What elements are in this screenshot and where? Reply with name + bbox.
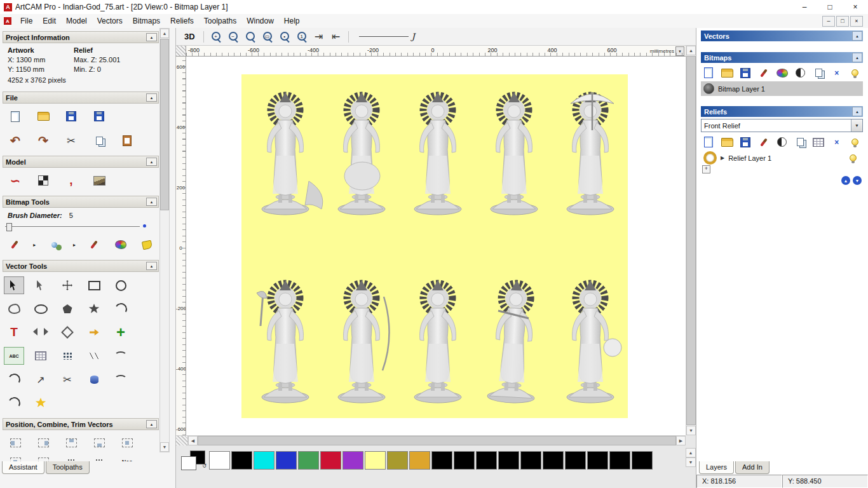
invert-relief-icon[interactable] [774,135,790,149]
move-layer-down-button[interactable]: ▼ [853,176,862,185]
smooth-relief-icon[interactable] [756,135,771,149]
section-model[interactable]: Model ▲ [3,156,159,168]
vector-direction-icon[interactable]: ↗ [31,370,51,388]
delete-layer-icon[interactable]: × [829,65,844,80]
subtract-vectors-icon[interactable] [33,453,53,461]
align-top-icon[interactable] [61,434,81,452]
fit-curve-icon[interactable] [111,347,131,365]
scroll-up-arrow[interactable]: ▲ [160,29,169,38]
create-text-icon[interactable]: T [4,323,24,341]
zoom-in-icon[interactable]: + [208,29,224,44]
greyscale-image-icon[interactable] [89,172,109,189]
array-copy-icon[interactable] [61,453,81,461]
relief-visibility-icon[interactable] [847,135,863,149]
menu-model[interactable]: Model [61,15,92,27]
scroll-thumb[interactable] [198,436,676,445]
menu-file[interactable]: File [15,15,37,27]
slider-handle[interactable] [6,223,12,231]
collapse-button[interactable]: ▲ [146,33,157,41]
palette-swatch[interactable] [565,451,586,470]
colour-reduce-icon[interactable] [774,65,790,80]
save-model-icon[interactable] [61,107,81,125]
undo-icon[interactable]: ↶ [5,132,25,149]
align-centre-icon[interactable] [117,434,137,452]
point-array-icon[interactable] [57,347,78,365]
tab-layers[interactable]: Layers [699,461,734,474]
vector-wizard-icon[interactable] [31,394,51,412]
redo-icon[interactable]: ↷ [33,132,53,149]
section-vector-tools[interactable]: Vector Tools ▲ [3,260,159,272]
section-position-combine-trim[interactable]: Position, Combine, Trim Vectors ▲ [3,418,159,430]
primary-secondary-colour-swatch[interactable]: ↺ [181,451,205,470]
scroll-thumb[interactable] [686,56,696,425]
mirror-vectors-icon[interactable] [31,323,51,341]
flood-fill-icon[interactable] [138,236,156,254]
transform-vectors-icon[interactable] [57,276,78,294]
add-relief-layer-button[interactable]: + [702,165,710,173]
tab-add-in[interactable]: Add In [735,461,770,474]
palette-swatch[interactable] [454,451,475,470]
wrap-profile-icon[interactable] [4,394,24,412]
offset-vectors-icon[interactable] [84,323,104,341]
brush-diameter-slider[interactable] [5,222,151,231]
merge-layers-icon[interactable] [811,65,827,80]
create-arc-icon[interactable] [111,300,131,318]
paint-brush-icon[interactable] [5,236,24,254]
create-ellipse-icon[interactable] [31,300,51,318]
collapse-button[interactable]: ▲ [146,93,157,102]
block-copy-icon[interactable] [89,453,109,461]
reliefs-header[interactable]: Reliefs ▲ [701,106,863,117]
scroll-up-arrow[interactable]: ▲ [686,448,696,458]
snap-toggle-icon[interactable]: ⇥ [311,29,327,44]
section-bitmap-tools[interactable]: Bitmap Tools ▲ [3,196,159,208]
scroll-down-arrow[interactable]: ▼ [686,426,696,435]
zoom-previous-icon[interactable] [242,29,259,44]
duplicate-relief-icon[interactable] [792,135,808,149]
collapse-button[interactable]: ▲ [146,420,157,428]
cut-icon[interactable]: ✂ [61,132,81,149]
zoom-fit-icon[interactable]: • [276,29,293,44]
delete-relief-icon[interactable]: × [829,135,844,149]
palette-swatch[interactable] [632,451,653,470]
palette-swatch[interactable] [298,451,319,470]
vectors-header[interactable]: Vectors ▲ [701,30,863,41]
fit-spline-icon[interactable] [111,370,131,388]
palette-swatch[interactable] [498,451,519,470]
create-diamond-icon[interactable] [57,323,78,341]
sculpting-icon[interactable]: ∽ [5,172,25,189]
fit-polyline-icon[interactable] [84,347,104,365]
canvas-horizontal-scrollbar[interactable]: ◀ ▶ [176,435,686,445]
mdi-minimize-button[interactable]: – [822,16,835,27]
edit-arc-icon[interactable] [4,370,24,388]
palette-swatch[interactable] [231,451,252,470]
maximize-button[interactable]: □ [817,0,843,14]
assistant-scrollbar[interactable]: ▲ ▼ [159,28,170,452]
zoom-window-icon[interactable]: ▭ [259,29,276,44]
save-relief-icon[interactable] [738,135,754,149]
create-freeform-icon[interactable] [4,300,24,318]
tab-toolpaths[interactable]: Toolpaths [46,461,90,474]
palette-swatch[interactable] [520,451,541,470]
tab-assistant[interactable]: Assistant [2,461,44,474]
collapse-button[interactable]: ▲ [852,31,862,41]
relief-calculate-icon[interactable] [811,135,827,149]
new-bitmap-layer-icon[interactable] [701,65,717,80]
nesting-icon[interactable]: Nes [117,453,137,461]
open-bitmap-icon[interactable] [719,65,735,80]
palette-swatch[interactable] [476,451,497,470]
create-polygon-icon[interactable] [57,300,78,318]
trim-vectors-icon[interactable]: ✂ [57,370,78,388]
palette-swatch[interactable] [431,451,452,470]
paint-flyout-arrow-icon[interactable]: ▸ [31,236,37,254]
paint-selective-icon[interactable] [45,236,64,254]
scroll-left-arrow[interactable]: ◀ [188,436,198,445]
collapse-button[interactable]: ▲ [146,262,157,270]
palette-swatch[interactable] [365,451,386,470]
node-editing-icon[interactable] [31,276,51,294]
open-relief-icon[interactable] [719,135,735,149]
scroll-right-arrow[interactable]: ▶ [676,436,686,445]
switch-3d-view-button[interactable]: 3D [180,31,200,42]
chevron-down-icon[interactable]: ▼ [851,119,862,132]
mdi-restore-button[interactable]: □ [836,16,849,27]
text-block-icon[interactable]: ABC [4,347,24,365]
